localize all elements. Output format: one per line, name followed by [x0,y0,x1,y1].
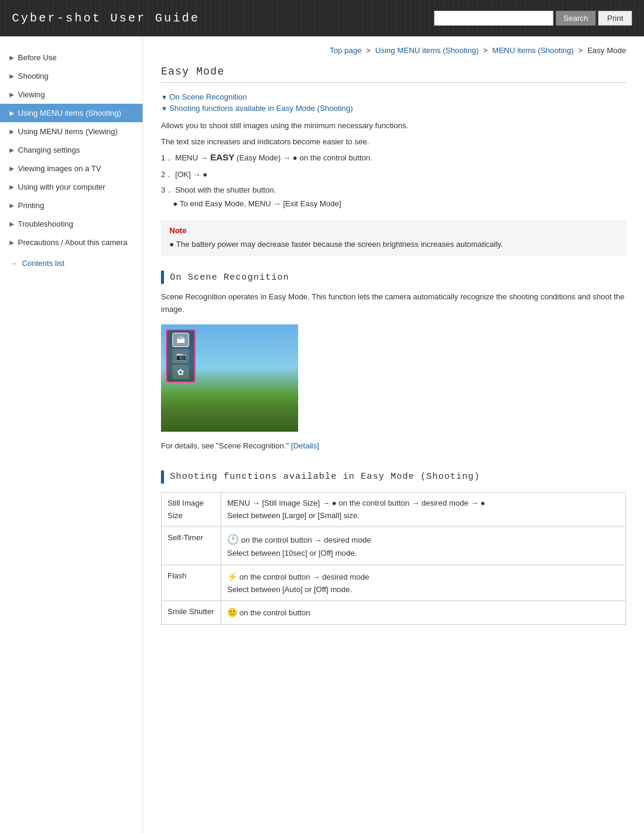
search-button[interactable]: Search [556,11,596,26]
sidebar-item-10[interactable]: ▶Precautions / About this camera [0,233,143,252]
section1-title: On Scene Recognition [170,272,289,283]
steps-list: 1． MENU → EASY (Easy Mode) → ● on the co… [161,152,626,210]
section1-details-prefix: For details, see "Scene Recognition." [161,441,291,450]
scene-landscape-icon: 🏔 [172,333,189,347]
sidebar-item-3[interactable]: ▶Using MENU items (Shooting) [0,104,143,122]
breadcrumb-top[interactable]: Top page [330,46,362,55]
sidebar-item-7[interactable]: ▶Using with your computer [0,178,143,196]
sidebar-label-1: Shooting [18,72,48,80]
note-box: Note The battery power may decrease fast… [161,220,626,257]
print-button[interactable]: Print [598,11,632,26]
sidebar-arrow-5: ▶ [10,147,14,153]
sidebar-item-0[interactable]: ▶Before Use [0,48,143,67]
table-row-2: Flash⚡ on the control button → desired m… [162,565,626,601]
main-content: Top page > Using MENU items (Shooting) >… [143,36,644,833]
step1-num: 1． [161,153,173,162]
sidebar-item-8[interactable]: ▶Printing [0,196,143,215]
sidebar-label-6: Viewing images on a TV [18,164,101,173]
note-text: The battery power may decrease faster be… [169,239,618,251]
sidebar-arrow-8: ▶ [10,202,14,209]
section1-details-text: For details, see "Scene Recognition." [D… [161,440,626,453]
sidebar-label-8: Printing [18,201,44,210]
section2-heading: Shooting functions available in Easy Mod… [161,470,626,484]
table-row-1: Self-Timer🕛 on the control button → desi… [162,527,626,565]
toc-link-scene[interactable]: On Scene Recognition [161,92,626,101]
sidebar-arrow-9: ▶ [10,221,14,227]
sidebar-label-3: Using MENU items (Shooting) [18,109,121,117]
scene-macro-icon: ✿ [172,365,189,379]
section2-title: Shooting functions available in Easy Mod… [170,472,480,482]
table-feature-3: Smile Shutter [162,601,221,625]
step3-num: 3． [161,185,173,194]
step2-num: 2． [161,170,173,179]
step2-text: [OK] → ● [175,170,208,179]
table-desc-0: MENU → [Still Image Size] → ● on the con… [221,492,626,527]
sidebar-arrow-2: ▶ [10,91,14,98]
table-row-0: Still ImageSizeMENU → [Still Image Size]… [162,492,626,527]
section1-description: Scene Recognition operates in Easy Mode.… [161,291,626,316]
scene-image-background: 🏔 📷 ✿ [161,324,298,432]
table-feature-1: Self-Timer [162,527,221,565]
sidebar-item-4[interactable]: ▶Using MENU items (Viewing) [0,122,143,141]
sidebar-arrow-6: ▶ [10,165,14,172]
step3-bullet: To end Easy Mode, MENU → [Exit Easy Mode… [173,198,626,210]
breadcrumb: Top page > Using MENU items (Shooting) >… [161,46,626,55]
sidebar-label-9: Troubleshooting [18,219,73,228]
step1: 1． MENU → EASY (Easy Mode) → ● on the co… [161,152,626,163]
table-desc-3: 🙂 on the control button [221,601,626,625]
scene-recognition-image: 🏔 📷 ✿ [161,324,298,432]
step1-rest: (Easy Mode) → ● on the control button. [237,153,373,162]
scene-icon-overlay: 🏔 📷 ✿ [166,329,196,383]
header-controls: Search Print [434,11,632,26]
section1-heading: On Scene Recognition [161,271,626,284]
toc-link-shooting[interactable]: Shooting functions available in Easy Mod… [161,104,626,113]
section1-details-link[interactable]: [Details] [291,441,319,450]
step1-text: MENU → [175,153,208,162]
sidebar-label-2: Viewing [18,90,45,99]
sidebar-arrow-0: ▶ [10,54,14,61]
sidebar-nav: ▶Before Use▶Shooting▶Viewing▶Using MENU … [0,48,143,252]
step3-text: Shoot with the shutter button. [175,185,276,194]
blue-bar-icon [161,271,164,284]
description-line1: Allows you to shoot still images using t… [161,120,626,132]
layout: ▶Before Use▶Shooting▶Viewing▶Using MENU … [0,36,644,833]
sidebar: ▶Before Use▶Shooting▶Viewing▶Using MENU … [0,36,143,833]
sidebar-arrow-3: ▶ [10,110,14,116]
contents-list-link[interactable]: → Contents list [0,252,143,275]
note-label: Note [169,226,618,235]
app-title: Cyber-shot User Guide [12,11,200,25]
table-feature-0: Still ImageSize [162,492,221,527]
breadcrumb-menu-items[interactable]: MENU items (Shooting) [493,46,574,55]
table-desc-2: ⚡ on the control button → desired modeSe… [221,565,626,601]
step2: 2． [OK] → ● [161,169,626,180]
table-row-3: Smile Shutter🙂 on the control button [162,601,626,625]
table-desc-1: 🕛 on the control button → desired modeSe… [221,527,626,565]
sidebar-arrow-1: ▶ [10,73,14,79]
sidebar-item-5[interactable]: ▶Changing settings [0,141,143,159]
scene-portrait-icon: 📷 [172,349,189,363]
sidebar-label-7: Using with your computer [18,182,106,191]
sidebar-arrow-7: ▶ [10,184,14,190]
table-feature-2: Flash [162,565,221,601]
sidebar-item-9[interactable]: ▶Troubleshooting [0,215,143,233]
blue-bar2-icon [161,470,164,484]
features-table: Still ImageSizeMENU → [Still Image Size]… [161,492,626,625]
sidebar-label-0: Before Use [18,53,57,62]
sidebar-arrow-4: ▶ [10,128,14,135]
sidebar-item-6[interactable]: ▶Viewing images on a TV [0,159,143,178]
header: Cyber-shot User Guide Search Print [0,0,644,36]
breadcrumb-current: Easy Mode [587,46,626,55]
sidebar-label-4: Using MENU items (Viewing) [18,127,117,136]
contents-list-label: Contents list [22,259,65,268]
search-input[interactable] [434,11,553,26]
sidebar-arrow-10: ▶ [10,239,14,246]
step1-easy: EASY [210,152,234,162]
step3: 3． Shoot with the shutter button. To end… [161,185,626,210]
sidebar-label-5: Changing settings [18,145,80,154]
breadcrumb-using-menu[interactable]: Using MENU items (Shooting) [375,46,478,55]
description-line2: The text size increases and indicators b… [161,137,626,146]
sidebar-item-2[interactable]: ▶Viewing [0,85,143,104]
sidebar-item-1[interactable]: ▶Shooting [0,67,143,85]
page-title: Easy Mode [161,66,626,83]
sidebar-label-10: Precautions / About this camera [18,238,128,247]
